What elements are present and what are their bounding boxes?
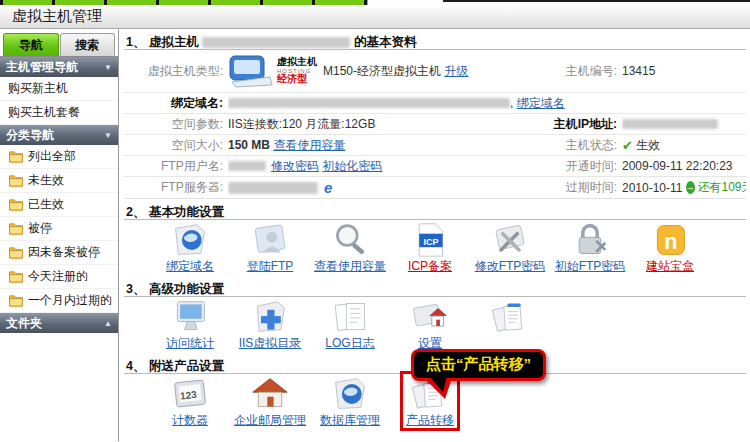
action-label[interactable]: 初始FTP密码 bbox=[555, 259, 626, 273]
bind-domain-link[interactable]: 绑定域名 bbox=[517, 95, 565, 112]
tab-search[interactable]: 搜索 bbox=[60, 33, 116, 56]
folder-icon bbox=[8, 174, 24, 187]
action-enterprise-mail[interactable]: 企业邮局管理 bbox=[230, 374, 310, 428]
lock-icon[interactable] bbox=[555, 221, 626, 259]
host-type-value: 虚拟主机 HOSTING 经济型 M150-经济型虚拟主机 升级 bbox=[228, 50, 472, 92]
sidebar-section-title: 文件夹 bbox=[6, 315, 42, 332]
action-label[interactable]: 数据库管理 bbox=[320, 413, 380, 427]
redacted-ftp-user bbox=[228, 161, 266, 171]
log-doc-icon[interactable] bbox=[325, 298, 374, 336]
counter-123-icon[interactable]: 123 bbox=[169, 375, 211, 413]
tab-navigation[interactable]: 导航 bbox=[3, 33, 59, 56]
action-label[interactable]: ICP备案 bbox=[408, 259, 452, 273]
top-menu-strip bbox=[0, 0, 750, 5]
view-usage-link[interactable]: 查看使用容量 bbox=[273, 137, 345, 154]
action-login-ftp[interactable]: 登陆FTP bbox=[230, 220, 310, 274]
host-ip-value bbox=[622, 113, 746, 134]
sidebar-item-not-active[interactable]: 未生效 bbox=[0, 169, 118, 193]
ie-browser-icon[interactable]: e bbox=[324, 179, 332, 196]
tools-card-icon[interactable] bbox=[475, 221, 546, 259]
action-label[interactable]: 建站宝盒 bbox=[646, 259, 694, 273]
action-icp-filing[interactable]: ICPICP备案 bbox=[390, 220, 470, 274]
action-label[interactable]: 绑定域名 bbox=[166, 259, 214, 273]
action-database-management[interactable]: 数据库管理 bbox=[310, 374, 390, 428]
action-label[interactable]: IIS虚拟目录 bbox=[239, 336, 302, 350]
globe-folder-icon[interactable] bbox=[320, 375, 380, 413]
collapse-down-icon[interactable]: ▼ bbox=[104, 131, 112, 140]
main-panel: 1、 虚拟主机 的基本资料 虚拟主机类型: 虚拟主机 HOSTING 经济型 bbox=[119, 29, 750, 441]
change-password-link[interactable]: 修改密码 bbox=[271, 158, 319, 175]
host-type-label: 虚拟主机类型: bbox=[124, 50, 228, 92]
host-status-label: 主机状态: bbox=[472, 134, 622, 155]
status-check-icon: ✔ bbox=[622, 138, 633, 153]
page-title: 虚拟主机管理 bbox=[12, 7, 102, 26]
icp-doc-icon[interactable]: ICP bbox=[408, 221, 452, 259]
action-change-ftp-password[interactable]: 修改FTP密码 bbox=[470, 220, 550, 274]
host-status-value: ✔ 生效 bbox=[622, 134, 746, 155]
collapse-down-icon[interactable]: ▼ bbox=[104, 63, 112, 72]
sidebar-item-stopped-no-icp[interactable]: 因未备案被停 bbox=[0, 241, 118, 265]
monitor-icon[interactable] bbox=[166, 298, 214, 336]
sidebar-item-stopped[interactable]: 被停 bbox=[0, 217, 118, 241]
home-card-icon[interactable] bbox=[409, 298, 451, 336]
n-box-icon[interactable]: n bbox=[646, 221, 694, 259]
magnifier-icon[interactable] bbox=[314, 221, 386, 259]
house-icon[interactable] bbox=[234, 375, 306, 413]
action-hidden-item[interactable] bbox=[470, 297, 550, 339]
action-counter[interactable]: 123计数器 bbox=[150, 374, 230, 428]
folder-icon bbox=[8, 198, 24, 211]
action-visit-stats[interactable]: 访问统计 bbox=[150, 297, 230, 351]
action-label[interactable]: 企业邮局管理 bbox=[234, 413, 306, 427]
action-label[interactable]: LOG日志 bbox=[325, 336, 374, 350]
redacted-host-name bbox=[202, 37, 350, 48]
space-size-value: 150 MB 查看使用容量 bbox=[228, 134, 472, 155]
action-label[interactable]: 访问统计 bbox=[166, 336, 214, 350]
open-time-value: 2009-09-11 22:20:23 bbox=[622, 155, 746, 176]
collapse-up-icon[interactable]: ▲ bbox=[104, 319, 112, 328]
green-arrow-icon: → bbox=[686, 181, 695, 194]
sidebar-section-category-nav[interactable]: 分类导航▼ bbox=[0, 125, 118, 145]
arrow-glyph: → bbox=[686, 181, 695, 194]
open-time-label: 开通时间: bbox=[472, 155, 622, 176]
action-init-ftp-password[interactable]: 初始FTP密码 bbox=[550, 220, 630, 274]
sidebar-item-expiring-in-month[interactable]: 一个月内过期的 bbox=[0, 289, 118, 313]
sidebar-item-registered-today[interactable]: 今天注册的 bbox=[0, 265, 118, 289]
sidebar-section-title: 主机管理导航 bbox=[6, 59, 78, 76]
sidebar-item-list-all[interactable]: 列出全部 bbox=[0, 145, 118, 169]
action-label[interactable]: 修改FTP密码 bbox=[475, 259, 546, 273]
sidebar-item-active[interactable]: 已生效 bbox=[0, 193, 118, 217]
action-log[interactable]: LOG日志 bbox=[310, 297, 390, 351]
init-password-link[interactable]: 初始化密码 bbox=[322, 158, 382, 175]
sidebar-item-label: 购买新主机 bbox=[8, 80, 68, 97]
action-label[interactable]: 产品转移 bbox=[406, 413, 454, 427]
advanced-actions-row: 访问统计IIS虚拟目录LOG日志设置 bbox=[124, 297, 746, 353]
sidebar-section-folders[interactable]: 文件夹▲ bbox=[0, 313, 118, 333]
action-label[interactable]: 登陆FTP bbox=[247, 259, 294, 273]
section1-title-prefix: 虚拟主机 bbox=[149, 35, 199, 49]
doc-stack-icon[interactable] bbox=[489, 298, 531, 336]
section1-title: 1、 虚拟主机 的基本资料 bbox=[124, 29, 746, 50]
host-ip-label: 主机IP地址: bbox=[472, 113, 622, 134]
sidebar-item-label: 列出全部 bbox=[28, 148, 76, 165]
folder-plus-icon[interactable] bbox=[239, 298, 302, 336]
action-label[interactable]: 查看使用容量 bbox=[314, 259, 386, 273]
action-iis-virtual-directory[interactable]: IIS虚拟目录 bbox=[230, 297, 310, 351]
section2-title: 2、 基本功能设置 bbox=[124, 199, 746, 220]
action-label[interactable]: 计数器 bbox=[169, 413, 211, 427]
sidebar-item-label: 未生效 bbox=[28, 172, 64, 189]
ftp-user-value: 修改密码 初始化密码 bbox=[228, 155, 472, 176]
sidebar-item-label: 购买主机套餐 bbox=[8, 104, 80, 121]
expire-date: 2010-10-11 bbox=[622, 181, 683, 195]
globe-folder-icon[interactable] bbox=[166, 221, 214, 259]
sidebar-item-buy-host-package[interactable]: 购买主机套餐 bbox=[0, 101, 118, 125]
action-site-builder-box[interactable]: n建站宝盒 bbox=[630, 220, 710, 274]
action-label[interactable]: 设置 bbox=[409, 336, 451, 350]
action-bind-domain[interactable]: 绑定域名 bbox=[150, 220, 230, 274]
person-card-icon[interactable] bbox=[247, 221, 294, 259]
sidebar-item-buy-new-host[interactable]: 购买新主机 bbox=[0, 77, 118, 101]
sidebar-section-host-management-nav[interactable]: 主机管理导航▼ bbox=[0, 57, 118, 77]
upgrade-link[interactable]: 升级 bbox=[444, 63, 468, 80]
page-title-bar: 虚拟主机管理 bbox=[0, 5, 750, 29]
action-view-usage[interactable]: 查看使用容量 bbox=[310, 220, 390, 274]
action-settings[interactable]: 设置 bbox=[390, 297, 470, 351]
